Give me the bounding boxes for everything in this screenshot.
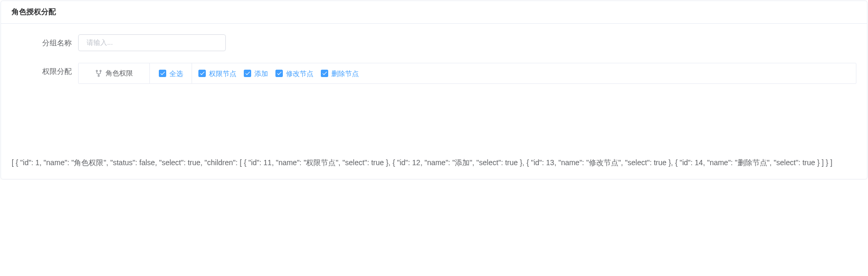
- form-content-group-name: [78, 34, 856, 51]
- checkbox-child-1-label: 添加: [254, 70, 268, 77]
- branch-icon: [95, 70, 102, 77]
- form-row-perm-assign: 权限分配 角色权限: [12, 63, 856, 84]
- checkbox-child-1[interactable]: 添加: [244, 70, 268, 77]
- input-group-name[interactable]: [78, 34, 226, 51]
- label-perm-assign: 权限分配: [12, 63, 78, 80]
- checkbox-box: [275, 70, 283, 77]
- checkbox-box: [198, 70, 206, 77]
- panel: 角色授权分配 分组名称 权限分配: [1, 1, 867, 179]
- checkbox-box: [159, 70, 166, 77]
- checkbox-child-2[interactable]: 修改节点: [275, 70, 313, 77]
- perm-root-cell: 角色权限: [79, 63, 150, 83]
- checkbox-child-0[interactable]: 权限节点: [198, 70, 236, 77]
- label-group-name: 分组名称: [12, 34, 78, 51]
- checkbox-child-3[interactable]: 删除节点: [321, 70, 359, 77]
- checkbox-child-2-label: 修改节点: [286, 70, 313, 77]
- perm-table: 角色权限 全选 权限节点: [78, 63, 856, 84]
- panel-title: 角色授权分配: [1, 1, 867, 24]
- form-row-group-name: 分组名称: [12, 34, 856, 51]
- form: 分组名称 权限分配: [1, 24, 867, 84]
- debug-output: [ { "id": 1, "name": "角色权限", "status": f…: [1, 158, 867, 179]
- checkbox-box: [244, 70, 251, 77]
- checkbox-child-3-label: 删除节点: [331, 70, 359, 77]
- form-content-perm-assign: 角色权限 全选 权限节点: [78, 63, 856, 84]
- perm-children-cell: 权限节点 添加 修改节点 删除节点: [192, 63, 856, 83]
- checkbox-select-all-label: 全选: [169, 70, 183, 77]
- perm-root-name: 角色权限: [106, 69, 133, 78]
- checkbox-child-0-label: 权限节点: [209, 70, 236, 77]
- perm-select-all-cell: 全选: [150, 63, 192, 83]
- checkbox-select-all[interactable]: 全选: [159, 70, 183, 77]
- checkbox-box: [321, 70, 328, 77]
